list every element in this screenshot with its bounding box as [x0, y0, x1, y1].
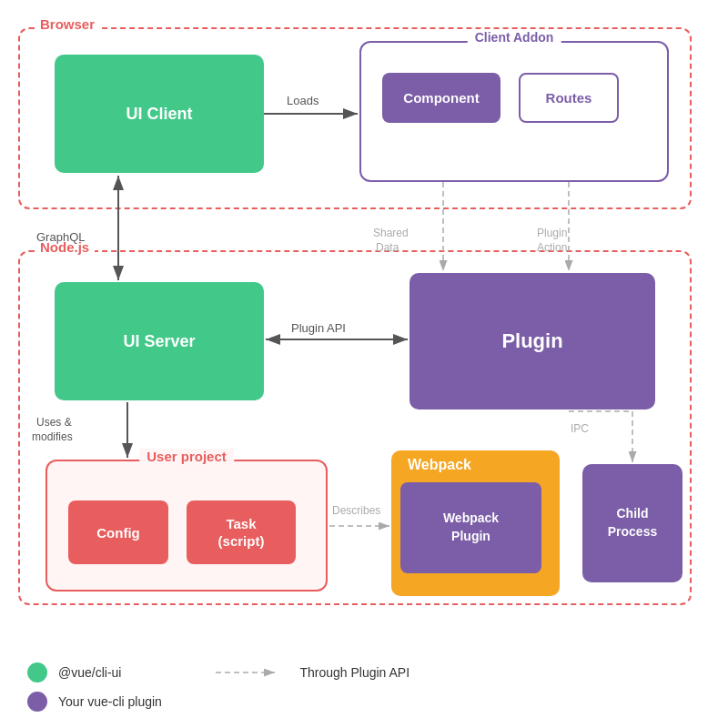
task-label: Task(script)	[218, 515, 265, 551]
routes-label: Routes	[546, 90, 592, 106]
diagram: Browser Node.js UI Client Client Addon C…	[0, 0, 728, 728]
svg-text:Plugin: Plugin	[537, 227, 567, 239]
browser-label: Browser	[35, 16, 100, 32]
user-project-label: User project	[139, 449, 234, 464]
legend-dashed-arrow	[216, 665, 288, 680]
config-block: Config	[68, 500, 168, 564]
legend-purple-item: Your vue-cli plugin	[27, 692, 410, 712]
webpack-plugin-label: WebpackPlugin	[443, 510, 499, 545]
child-process-block: ChildProcess	[582, 464, 682, 582]
nodejs-label: Node.js	[35, 239, 95, 255]
component-block: Component	[382, 73, 500, 123]
ui-server-label: UI Server	[123, 332, 195, 351]
legend-green-label: @vue/cli-ui	[58, 665, 121, 680]
plugin-label: Plugin	[501, 329, 562, 353]
webpack-plugin-block: WebpackPlugin	[400, 482, 541, 573]
component-label: Component	[403, 90, 479, 106]
svg-text:Shared: Shared	[373, 227, 409, 239]
legend-green-item: @vue/cli-ui Through Plugin API	[27, 662, 410, 682]
client-addon-label: Client Addon	[468, 30, 561, 45]
legend: @vue/cli-ui Through Plugin API Your vue-…	[27, 662, 410, 712]
legend-dashed-label: Through Plugin API	[299, 665, 410, 680]
legend-purple-circle	[27, 692, 47, 712]
routes-block: Routes	[519, 73, 619, 123]
legend-purple-label: Your vue-cli plugin	[58, 694, 162, 709]
config-label: Config	[96, 525, 139, 541]
plugin-block: Plugin	[410, 273, 655, 410]
task-block: Task(script)	[187, 500, 296, 564]
ui-client-label: UI Client	[126, 105, 192, 124]
legend-green-circle	[27, 662, 47, 682]
webpack-label: Webpack	[408, 457, 471, 473]
child-process-label: ChildProcess	[608, 505, 657, 541]
ui-server-block: UI Server	[55, 282, 264, 400]
ui-client-block: UI Client	[55, 55, 264, 173]
